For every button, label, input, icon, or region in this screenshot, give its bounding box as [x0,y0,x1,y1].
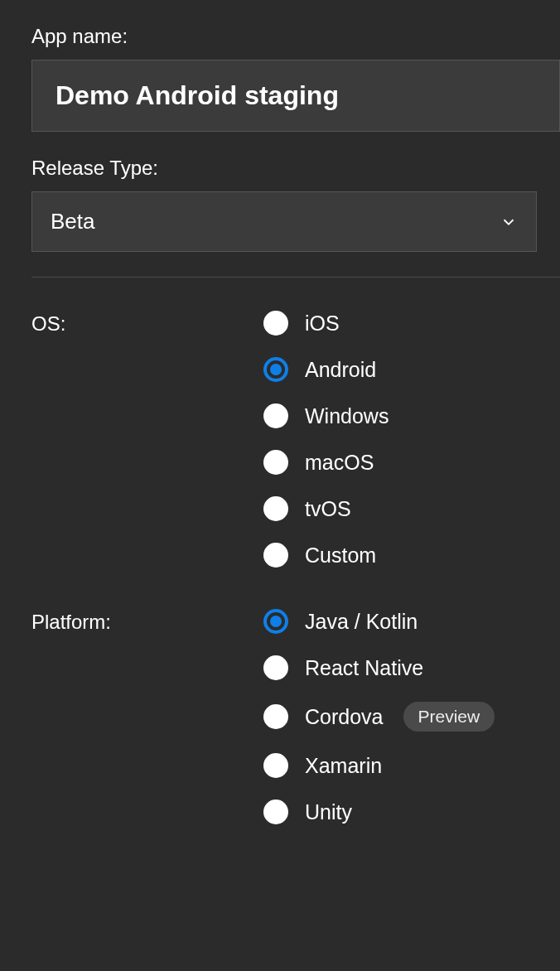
radio-circle-icon [263,609,288,634]
platform-section: Platform: Java / KotlinReact NativeCordo… [31,609,560,824]
os-radio-ios[interactable]: iOS [263,311,389,336]
radio-circle-icon [263,800,288,824]
radio-circle-icon [263,496,288,521]
os-radio-tvos[interactable]: tvOS [263,496,389,521]
platform-radio-label: React Native [305,656,423,680]
radio-circle-icon [263,450,288,475]
app-name-label: App name: [31,25,560,48]
os-radio-windows[interactable]: Windows [263,403,389,428]
release-type-group: Release Type: Beta [31,157,560,252]
os-radio-android[interactable]: Android [263,357,389,382]
preview-badge: Preview [403,702,495,732]
radio-circle-icon [263,543,288,568]
radio-circle-icon [263,655,288,680]
radio-circle-icon [263,403,288,428]
os-radio-label: tvOS [305,497,351,521]
os-label: OS: [31,311,263,568]
divider [31,277,560,278]
release-type-value: Beta [51,209,95,234]
os-radio-label: Android [305,358,376,382]
os-radio-custom[interactable]: Custom [263,543,389,568]
app-name-group: App name: [31,25,560,132]
radio-circle-icon [263,357,288,382]
os-radio-label: Windows [305,404,389,428]
release-type-select-wrapper: Beta [31,191,537,252]
platform-radio-xamarin[interactable]: Xamarin [263,753,495,778]
platform-radio-label: Unity [305,800,352,824]
release-type-label: Release Type: [31,157,560,180]
platform-radio-label: Xamarin [305,754,382,778]
platform-radio-cordova[interactable]: CordovaPreview [263,702,495,732]
platform-radio-react-native[interactable]: React Native [263,655,495,680]
radio-circle-icon [263,753,288,778]
os-section: OS: iOSAndroidWindowsmacOStvOSCustom [31,311,560,568]
chevron-down-icon [500,213,518,231]
os-radio-label: Custom [305,543,376,568]
os-radio-list: iOSAndroidWindowsmacOStvOSCustom [263,311,389,568]
platform-radio-list: Java / KotlinReact NativeCordovaPreviewX… [263,609,495,824]
release-type-select[interactable]: Beta [31,191,537,252]
platform-radio-java-kotlin[interactable]: Java / Kotlin [263,609,495,634]
platform-radio-unity[interactable]: Unity [263,800,495,824]
os-radio-label: macOS [305,451,374,475]
platform-radio-label: Cordova [305,705,384,729]
platform-radio-label: Java / Kotlin [305,610,418,634]
radio-circle-icon [263,704,288,729]
platform-label: Platform: [31,609,263,824]
radio-circle-icon [263,311,288,336]
app-name-input[interactable] [31,60,560,132]
os-radio-label: iOS [305,312,340,336]
os-radio-macos[interactable]: macOS [263,450,389,475]
